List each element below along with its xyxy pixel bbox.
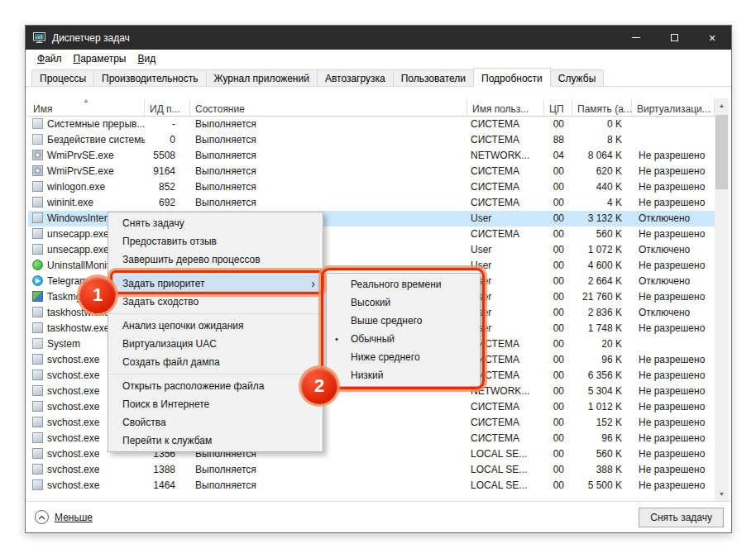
system-icon — [32, 134, 43, 145]
cell-virt: Отключено — [632, 211, 715, 227]
titlebar[interactable]: Диспетчер задач × — [26, 26, 731, 50]
menu-options[interactable]: Параметры — [68, 51, 132, 66]
context-menu-item-search-online[interactable]: Поиск в Интернете — [108, 395, 323, 413]
context-menu-item-end-task[interactable]: Снять задачу — [108, 214, 323, 232]
tab-services[interactable]: Службы — [550, 69, 604, 86]
context-menu-item-set-affinity[interactable]: Задать сходство — [108, 293, 323, 311]
end-task-button[interactable]: Снять задачу — [639, 508, 724, 527]
cell-virt: Не разрешено — [632, 399, 715, 415]
table-row[interactable]: svchost.exe1388ВыполняетсяLOCAL SE...003… — [28, 462, 715, 478]
priority-option-below-normal[interactable]: Ниже среднего — [327, 348, 480, 366]
cell-mem: 5 304 K — [572, 384, 632, 399]
tab-app-history[interactable]: Журнал приложений — [206, 69, 318, 86]
context-menu-item-properties[interactable]: Свойства — [108, 413, 323, 432]
cell-name: Системные прерыв... — [28, 117, 145, 132]
cell-user: User — [467, 211, 544, 227]
app-icon — [32, 401, 43, 412]
menu-file[interactable]: Файл — [31, 51, 68, 66]
column-header-name[interactable]: Имя — [28, 98, 145, 116]
context-menu-item-end-process-tree[interactable]: Завершить дерево процессов — [108, 250, 323, 269]
tab-users[interactable]: Пользователи — [393, 69, 474, 86]
cell-virt: Не разрешено — [632, 352, 715, 368]
cell-cpu: 00 — [544, 368, 572, 384]
context-menu-item-analyze-wait-chain[interactable]: Анализ цепочки ожидания — [108, 317, 323, 335]
cell-virt: Не разрешено — [632, 384, 715, 399]
app-icon — [32, 385, 43, 396]
column-header-virt[interactable]: Виртуализаци... — [632, 98, 715, 116]
cell-mem: 2 836 K — [572, 305, 632, 321]
context-menu-item-create-dump-file[interactable]: Создать файл дампа — [108, 353, 323, 371]
context-menu-item-uac-virtualization[interactable]: Виртуализация UAC — [108, 335, 323, 353]
tab-performance[interactable]: Производительность — [93, 69, 206, 86]
process-name-label: WmiPrvSE.exe — [47, 165, 114, 177]
app-icon — [32, 307, 43, 317]
maximize-button[interactable] — [655, 26, 693, 50]
priority-option-high[interactable]: Высокий — [327, 293, 480, 312]
cell-user: NETWORK... — [467, 148, 544, 164]
fewer-details-toggle[interactable]: Меньше — [35, 510, 93, 524]
cell-mem: 152 K — [572, 415, 632, 431]
scrollbar-thumb[interactable] — [715, 115, 728, 189]
priority-option-normal[interactable]: Обычный• — [327, 330, 480, 348]
column-header-status[interactable]: Состояние — [190, 98, 467, 116]
process-name-label: svchost.exe — [47, 432, 99, 444]
cell-virt: Не разрешено — [632, 431, 715, 446]
table-row[interactable]: winlogon.exe852ВыполняетсяСИСТЕМА00440 K… — [28, 179, 715, 195]
column-header-pid[interactable]: ИД п... — [145, 98, 190, 116]
annotation-step-1-badge: 1 — [79, 277, 116, 313]
process-name-label: svchost.exe — [47, 417, 99, 428]
context-menu-item-set-priority[interactable]: Задать приоритет› — [108, 274, 323, 293]
cell-mem: 560 K — [572, 227, 632, 242]
tab-processes[interactable]: Процессы — [31, 69, 94, 86]
context-menu-item-go-to-services[interactable]: Перейти к службам — [108, 432, 323, 450]
menu-view[interactable]: Вид — [132, 51, 161, 66]
cell-user: СИСТЕМА — [467, 415, 544, 431]
context-menu: Снять задачуПредоставить отзывЗавершить … — [108, 212, 323, 452]
table-row[interactable]: Системные прерыв...-ВыполняетсяСИСТЕМА00… — [28, 117, 715, 132]
table-row[interactable]: WmiPrvSE.exe9164ВыполняетсяСИСТЕМА00620 … — [28, 164, 715, 179]
scroll-down-icon[interactable]: ▼ — [715, 487, 729, 501]
priority-option-realtime[interactable]: Реального времени — [327, 275, 480, 293]
table-row[interactable]: Бездействие системы0ВыполняетсяСИСТЕМА88… — [28, 132, 715, 148]
menu-separator — [109, 374, 322, 374]
app-icon — [32, 244, 43, 255]
cell-mem: 3 132 K — [572, 211, 632, 227]
tab-details[interactable]: Подробности — [473, 68, 551, 87]
cell-mem: 0 K — [572, 117, 632, 132]
app-icon — [32, 417, 43, 427]
minimize-button[interactable] — [617, 26, 655, 50]
close-button[interactable]: × — [693, 26, 731, 50]
scroll-up-icon[interactable]: ▲ — [715, 98, 729, 112]
footer: Меньше Снять задачу — [26, 501, 731, 532]
cell-cpu: 00 — [544, 352, 572, 368]
table-row[interactable]: wininit.exe692ВыполняетсяСИСТЕМА004 KНе … — [28, 195, 715, 211]
vertical-scrollbar[interactable]: ▲ ▼ — [715, 98, 729, 501]
cell-virt: Не разрешено — [632, 462, 715, 478]
step-1-number: 1 — [93, 284, 103, 306]
cell-virt: Отключено — [632, 274, 715, 289]
table-row[interactable]: svchost.exe1464ВыполняетсяLOCAL SE...005… — [28, 478, 715, 494]
cell-cpu: 00 — [544, 242, 572, 258]
cell-virt: Не разрешено — [632, 415, 715, 431]
cell-virt: Не разрешено — [632, 258, 715, 274]
cell-mem: 2 664 K — [572, 274, 632, 289]
column-header-cpu[interactable]: ЦП — [544, 98, 572, 116]
cell-user: LOCAL SE... — [467, 446, 544, 462]
cell-cpu: 00 — [544, 195, 572, 211]
column-header-mem[interactable]: Память (а... — [572, 98, 632, 116]
context-menu-item-provide-feedback[interactable]: Предоставить отзыв — [108, 232, 323, 250]
screenshot-background: Диспетчер задач × ФайлПараметрыВид Проце… — [0, 0, 756, 558]
app-icon — [32, 432, 43, 443]
table-row[interactable]: WmiPrvSE.exe5508ВыполняетсяNETWORK...048… — [28, 148, 715, 164]
submenu-arrow-icon: › — [311, 274, 315, 293]
maximize-icon — [671, 34, 678, 41]
context-menu-item-open-file-location[interactable]: Открыть расположение файла — [108, 377, 323, 395]
column-header-user[interactable]: Имя польз... — [467, 98, 544, 116]
process-name-label: svchost.exe — [47, 479, 99, 491]
priority-option-low[interactable]: Низкий — [327, 366, 480, 384]
cell-cpu: 00 — [544, 462, 572, 478]
cell-cpu: 00 — [544, 258, 572, 274]
tab-startup[interactable]: Автозагрузка — [317, 69, 394, 86]
cell-mem: 8 K — [572, 132, 632, 148]
priority-option-above-normal[interactable]: Выше среднего — [327, 312, 480, 330]
